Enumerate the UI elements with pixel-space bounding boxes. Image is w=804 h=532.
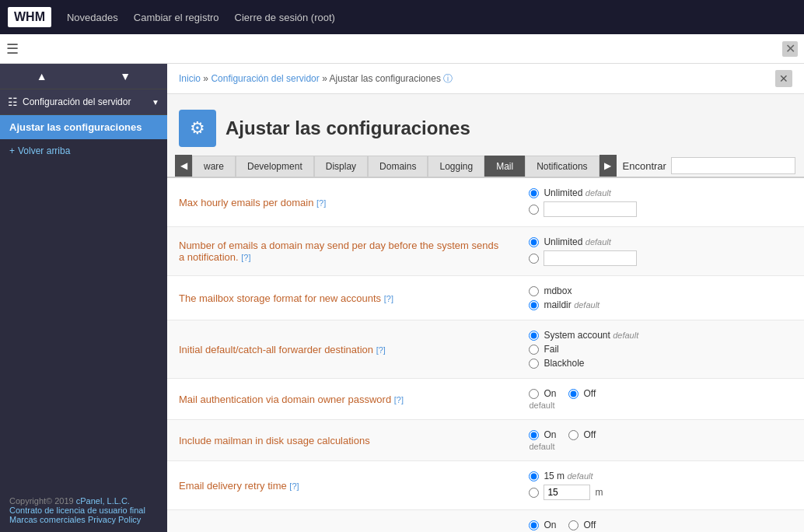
footer-links: Contrato de licencia de usuario final Ma… (9, 506, 158, 524)
breadcrumb-config-servidor[interactable]: Configuración del servidor (211, 73, 319, 84)
radio-last-off[interactable] (568, 520, 579, 530)
radio-label-retry-15m: 15 m default (544, 471, 593, 481)
help-link-max-hourly[interactable]: [?] (316, 198, 326, 208)
setting-label-mailman: Include mailman in disk usage calculatio… (167, 420, 517, 461)
mailman-default-label: default (529, 442, 792, 451)
sidebar-back-button[interactable]: + Volver arriba (0, 139, 167, 163)
radio-label-last-on: On (544, 520, 556, 530)
radio-row-mailman-on: On (529, 429, 556, 440)
radio-retry-custom[interactable] (529, 488, 539, 498)
nav-cierre-sesion[interactable]: Cierre de sesión (root) (235, 12, 335, 23)
breadcrumb-current: Ajustar las configuraciones (329, 73, 440, 84)
radio-forwarder-fail[interactable] (529, 345, 539, 355)
whm-logo: WHM (8, 7, 51, 27)
page-icon: ⚙ (179, 110, 216, 147)
sidebar-down-arrow[interactable]: ▼ (84, 64, 168, 89)
radio-row-retry-15m: 15 m default (529, 471, 792, 481)
help-link-retry[interactable]: [?] (289, 481, 299, 491)
tab-right-arrow[interactable]: ▶ (600, 155, 617, 177)
nav-novedades[interactable]: Novedades (67, 12, 118, 23)
radio-last-on[interactable] (529, 520, 539, 530)
setting-control-retry: 15 m default m (517, 461, 804, 510)
retry-unit-label: m (595, 487, 603, 498)
search-bar: ☰ ajustar las configuraciones ✕ (0, 34, 804, 64)
top-navigation: WHM Novedades Cambiar el registro Cierre… (0, 0, 804, 34)
breadcrumb-bar: Inicio » Configuración del servidor » Aj… (167, 64, 804, 94)
radio-mailman-on[interactable] (529, 430, 539, 440)
table-row: Mail authentication via domain owner pas… (167, 379, 804, 420)
tab-display[interactable]: Display (314, 156, 368, 177)
sidebar-nav-arrows: ▲ ▼ (0, 64, 167, 89)
radio-label-system-account: System account default (544, 330, 638, 341)
help-link-auth[interactable]: [?] (394, 395, 404, 404)
radio-retry-15m[interactable] (529, 471, 539, 481)
sidebar-up-arrow[interactable]: ▲ (0, 64, 84, 89)
tab-logging[interactable]: Logging (428, 156, 484, 177)
radio-forwarder-system[interactable] (529, 331, 539, 341)
setting-control-mailbox-format: mdbox maildir default (517, 276, 804, 320)
radio-row-system-account: System account default (529, 330, 792, 341)
footer-trademarks-link[interactable]: Marcas comerciales (9, 515, 86, 524)
radio-daily-custom[interactable] (529, 254, 539, 264)
radio-daily-unlimited[interactable] (529, 237, 539, 247)
breadcrumb-close-button[interactable]: ✕ (775, 70, 792, 87)
main-layout: ▲ ▼ ☷ Configuración del servidor ▼ Ajust… (0, 64, 804, 532)
nav-cambiar-registro[interactable]: Cambiar el registro (134, 12, 219, 23)
radio-mailbox-mdbox[interactable] (529, 286, 539, 296)
hamburger-icon[interactable]: ☰ (6, 40, 19, 58)
input-retry-value[interactable] (544, 485, 590, 500)
tabs-and-filter: ◀ ware Development Display Domains Loggi… (167, 155, 804, 178)
radio-row-mdbox: mdbox (529, 285, 792, 296)
setting-label-forwarder: Initial default/catch-all forwarder dest… (167, 320, 517, 379)
help-link-mailbox-format[interactable]: [?] (384, 294, 393, 303)
on-off-group-last: On Off (529, 520, 792, 530)
setting-control-daily-emails: Unlimited default (517, 227, 804, 276)
radio-label-mailman-off: Off (583, 429, 596, 440)
radio-group-max-hourly: Unlimited default (529, 187, 792, 217)
footer-privacy-link[interactable]: Privacy Policy (88, 515, 141, 524)
search-close-button[interactable]: ✕ (782, 41, 798, 57)
radio-max-hourly-custom[interactable] (529, 205, 539, 215)
tab-mail[interactable]: Mail (484, 156, 525, 177)
radio-label-maildir: maildir default (544, 299, 600, 310)
tab-left-arrow[interactable]: ◀ (175, 155, 192, 177)
radio-row-auth-on: On (529, 388, 556, 399)
footer-brand-link[interactable]: cPanel, L.L.C. (76, 496, 130, 506)
help-link-daily-emails[interactable]: [?] (241, 253, 250, 262)
radio-group-forwarder: System account default Fail Blackhole (529, 330, 792, 369)
table-row: The mailbox storage format for new accou… (167, 276, 804, 320)
sidebar-footer: Copyright© 2019 cPanel, L.L.C. Contrato … (0, 488, 167, 532)
radio-row-unlimited: Unlimited default (529, 187, 792, 198)
radio-label-auth-off: Off (583, 388, 596, 399)
radio-mailbox-maildir[interactable] (529, 300, 539, 310)
setting-label-max-hourly: Max hourly emails per domain [?] (167, 178, 517, 227)
footer-license-link[interactable]: Contrato de licencia de usuario final (9, 506, 145, 515)
setting-label-retry: Email delivery retry time [?] (167, 461, 517, 510)
filter-input[interactable] (671, 157, 795, 174)
radio-mailman-off[interactable] (568, 430, 579, 440)
input-max-hourly-value[interactable] (544, 201, 637, 217)
search-input[interactable]: ajustar las configuraciones (25, 43, 776, 54)
page-title: Ajustar las configuraciones (225, 117, 470, 139)
radio-group-retry: 15 m default m (529, 471, 792, 500)
breadcrumb-inicio[interactable]: Inicio (179, 73, 201, 84)
radio-forwarder-blackhole[interactable] (529, 359, 539, 369)
tab-domains[interactable]: Domains (368, 156, 428, 177)
tab-notifications[interactable]: Notifications (525, 156, 599, 177)
input-daily-value[interactable] (544, 250, 637, 266)
tab-ware[interactable]: ware (192, 156, 236, 177)
radio-max-hourly-unlimited[interactable] (529, 188, 539, 198)
radio-row-daily-custom (529, 250, 792, 266)
sidebar-section-config[interactable]: ☷ Configuración del servidor ▼ (0, 89, 167, 115)
radio-auth-off[interactable] (568, 389, 579, 399)
grid-icon: ☷ (8, 96, 18, 108)
radio-auth-on[interactable] (529, 389, 539, 399)
tab-development[interactable]: Development (236, 156, 314, 177)
help-link-forwarder[interactable]: [?] (376, 345, 386, 355)
radio-row-custom (529, 201, 792, 217)
sidebar-active-item: Ajustar las configuraciones (0, 115, 167, 139)
filter-bar: Encontrar (623, 157, 795, 174)
help-icon[interactable]: ⓘ (443, 73, 453, 84)
radio-row-blackhole: Blackhole (529, 358, 792, 369)
radio-group-daily: Unlimited default (529, 236, 792, 266)
